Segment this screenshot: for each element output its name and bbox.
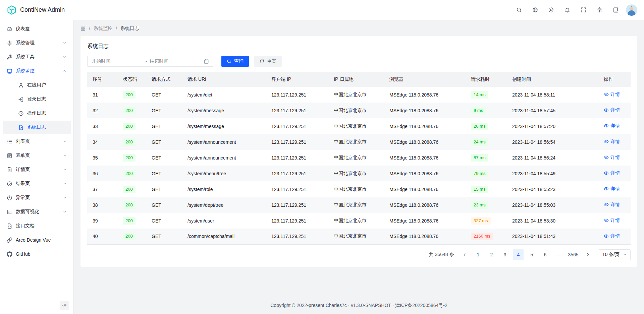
page-number-button[interactable]: 6 — [540, 249, 550, 260]
eye-icon — [604, 186, 609, 191]
page-number-button[interactable]: 5 — [526, 249, 537, 260]
sidebar-item-system-log[interactable]: 系统日志 — [3, 121, 71, 134]
cell-uri: /system/role — [182, 181, 266, 197]
cell-elapsed: 23 ms — [466, 197, 507, 213]
detail-link[interactable]: 详情 — [604, 107, 620, 113]
breadcrumb-item-system-monitor[interactable]: 系统监控 — [94, 25, 112, 32]
theme-toggle-button[interactable] — [545, 4, 557, 16]
notification-button[interactable] — [561, 4, 573, 16]
cell-uri: /system/dict — [182, 87, 266, 103]
reset-button[interactable]: 重置 — [254, 56, 282, 67]
search-button[interactable] — [513, 4, 525, 16]
cell-method: GET — [146, 118, 182, 134]
page-size-value: 10 条/页 — [602, 252, 620, 258]
translate-button[interactable] — [529, 4, 541, 16]
detail-link[interactable]: 详情 — [604, 233, 620, 239]
sidebar-item-system-monitor[interactable]: 系统监控 — [3, 64, 71, 78]
settings-button[interactable] — [594, 4, 605, 16]
cell-ip-location: 中国北京北京市 — [328, 118, 384, 134]
docs-button[interactable] — [610, 4, 621, 16]
cell-elapsed: 87 ms — [466, 150, 507, 166]
cell-status: 200 — [117, 213, 146, 229]
form-icon — [7, 153, 12, 159]
date-range-picker[interactable]: 开始时间 - 结束时间 — [87, 56, 213, 67]
cell-uri: /system/announcement — [182, 150, 266, 166]
detail-link[interactable]: 详情 — [604, 91, 620, 98]
cell-created-time: 2023-11-04 18:55:49 — [507, 166, 598, 181]
app-logo[interactable]: ContiNew Admin — [7, 5, 65, 15]
table-row: 40 200 GET /common/captcha/mail 123.117.… — [87, 229, 631, 244]
fullscreen-button[interactable] — [578, 4, 589, 16]
cell-ip-location: 中国北京北京市 — [328, 229, 384, 244]
sidebar-item-form-page[interactable]: 表单页 — [3, 149, 71, 162]
refresh-icon — [260, 59, 264, 64]
detail-link[interactable]: 详情 — [604, 123, 620, 129]
sidebar-item-system-tools[interactable]: 系统工具 — [3, 50, 71, 64]
sidebar-item-list-page[interactable]: 列表页 — [3, 135, 71, 148]
detail-link-label: 详情 — [610, 233, 620, 239]
table-row: 39 200 GET /system/user 123.117.129.251 … — [87, 213, 631, 229]
page-number-button[interactable]: 3565 — [567, 249, 580, 260]
sidebar-item-exception-page[interactable]: 异常页 — [3, 191, 71, 204]
user-avatar[interactable] — [626, 4, 637, 16]
page-number-button[interactable]: 1 — [473, 249, 483, 260]
sidebar-item-github[interactable]: GitHub — [3, 247, 71, 261]
cell-ip-location: 中国北京北京市 — [328, 87, 384, 103]
sidebar-collapse-button[interactable] — [60, 301, 69, 310]
cell-id: 33 — [87, 118, 117, 134]
elapsed-badge: 327 ms — [471, 217, 491, 225]
detail-link[interactable]: 详情 — [604, 186, 620, 192]
menu-item-label: 在线用户 — [27, 82, 46, 88]
sidebar-item-system-management[interactable]: 系统管理 — [3, 36, 71, 50]
cell-actions: 详情 — [598, 87, 631, 103]
sidebar-item-result-page[interactable]: 结果页 — [3, 177, 71, 190]
menu-item-label: 仪表盘 — [16, 26, 30, 32]
cell-status: 200 — [117, 229, 146, 244]
chevron-icon — [63, 153, 67, 158]
page-size-select[interactable]: 10 条/页 — [599, 249, 631, 260]
cell-actions: 详情 — [598, 118, 631, 134]
sidebar-item-detail-page[interactable]: 详情页 — [3, 163, 71, 176]
cell-id: 37 — [87, 181, 117, 197]
page-number-button[interactable]: 3 — [499, 249, 510, 260]
cell-status: 200 — [117, 134, 146, 150]
eye-icon — [604, 218, 609, 223]
detail-link[interactable]: 详情 — [604, 217, 620, 224]
detail-link[interactable]: 详情 — [604, 154, 620, 161]
eye-icon — [604, 108, 609, 113]
chevron-icon — [63, 210, 67, 214]
page-number-button[interactable]: ··· — [553, 249, 564, 260]
column-header: 请求方式 — [146, 72, 182, 87]
status-badge: 200 — [123, 123, 136, 130]
sidebar-item-api-docs[interactable]: 接口文档 — [3, 219, 71, 233]
chevron-down-icon — [623, 253, 627, 257]
cell-method: GET — [146, 181, 182, 197]
tool-icon — [7, 54, 12, 60]
search-submit-button[interactable]: 查询 — [221, 56, 249, 67]
cell-client-ip: 123.117.129.251 — [266, 118, 328, 134]
chevron-icon — [63, 139, 67, 143]
sidebar-item-arco-design-vue[interactable]: Arco Design Vue — [3, 233, 71, 247]
cell-browser: MSEdge 118.0.2088.76 — [384, 181, 466, 197]
docs-icon — [613, 7, 619, 13]
status-badge: 200 — [123, 217, 136, 225]
detail-link[interactable]: 详情 — [604, 139, 620, 145]
sidebar-item-dashboard[interactable]: 仪表盘 — [3, 22, 71, 36]
detail-link[interactable]: 详情 — [604, 202, 620, 208]
sidebar-item-operation-log[interactable]: 操作日志 — [3, 107, 71, 120]
eye-icon — [604, 139, 609, 144]
sidebar-item-online-users[interactable]: 在线用户 — [3, 78, 71, 92]
page-number-button[interactable]: 2 — [486, 249, 497, 260]
cell-browser: MSEdge 118.0.2088.76 — [384, 150, 466, 166]
page-number-button[interactable]: 4 — [513, 249, 524, 260]
sidebar-item-data-visualization[interactable]: 数据可视化 — [3, 205, 71, 218]
cell-actions: 详情 — [598, 103, 631, 118]
next-page-button[interactable] — [583, 249, 593, 260]
detail-link[interactable]: 详情 — [604, 170, 620, 176]
prev-page-button[interactable] — [459, 249, 470, 260]
detail-link-label: 详情 — [610, 186, 620, 192]
sidebar-item-login-log[interactable]: 登录日志 — [3, 92, 71, 106]
cell-ip-location: 中国北京北京市 — [328, 150, 384, 166]
eye-icon — [604, 171, 609, 176]
elapsed-badge: 20 ms — [471, 123, 488, 130]
